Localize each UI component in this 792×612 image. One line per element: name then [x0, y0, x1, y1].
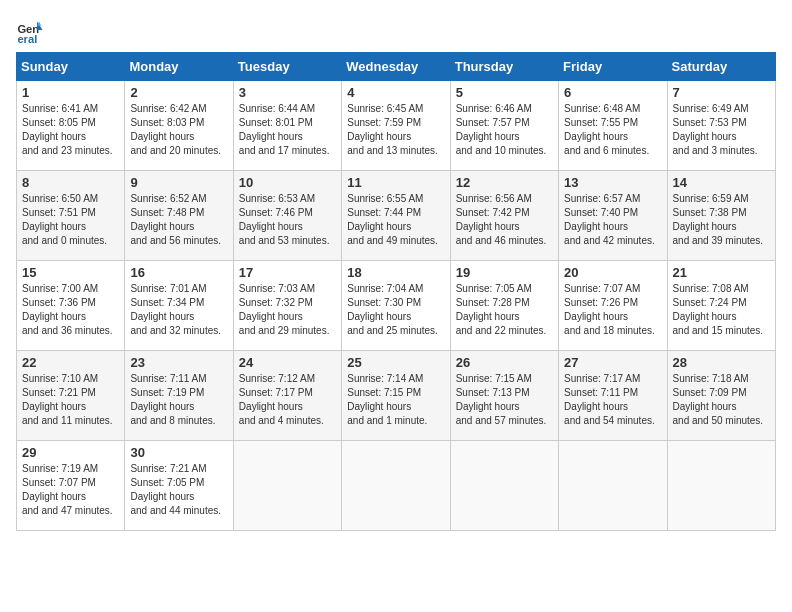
cell-info: Sunrise: 7:04 AMSunset: 7:30 PMDaylight … [347, 282, 444, 338]
day-number: 14 [673, 175, 770, 190]
day-number: 12 [456, 175, 553, 190]
cell-info: Sunrise: 6:45 AMSunset: 7:59 PMDaylight … [347, 102, 444, 158]
cell-info: Sunrise: 6:44 AMSunset: 8:01 PMDaylight … [239, 102, 336, 158]
logo-icon: Gen eral [16, 16, 44, 44]
day-cell: 19Sunrise: 7:05 AMSunset: 7:28 PMDayligh… [450, 261, 558, 351]
page-header: Gen eral [16, 16, 776, 44]
day-cell [559, 441, 667, 531]
day-cell: 20Sunrise: 7:07 AMSunset: 7:26 PMDayligh… [559, 261, 667, 351]
day-cell: 13Sunrise: 6:57 AMSunset: 7:40 PMDayligh… [559, 171, 667, 261]
day-cell: 21Sunrise: 7:08 AMSunset: 7:24 PMDayligh… [667, 261, 775, 351]
week-row-3: 15Sunrise: 7:00 AMSunset: 7:36 PMDayligh… [17, 261, 776, 351]
day-cell: 3Sunrise: 6:44 AMSunset: 8:01 PMDaylight… [233, 81, 341, 171]
cell-info: Sunrise: 7:00 AMSunset: 7:36 PMDaylight … [22, 282, 119, 338]
day-cell: 22Sunrise: 7:10 AMSunset: 7:21 PMDayligh… [17, 351, 125, 441]
day-number: 8 [22, 175, 119, 190]
day-cell: 18Sunrise: 7:04 AMSunset: 7:30 PMDayligh… [342, 261, 450, 351]
day-number: 5 [456, 85, 553, 100]
day-number: 1 [22, 85, 119, 100]
day-number: 2 [130, 85, 227, 100]
day-cell: 5Sunrise: 6:46 AMSunset: 7:57 PMDaylight… [450, 81, 558, 171]
day-cell: 2Sunrise: 6:42 AMSunset: 8:03 PMDaylight… [125, 81, 233, 171]
col-header-monday: Monday [125, 53, 233, 81]
col-header-tuesday: Tuesday [233, 53, 341, 81]
day-number: 7 [673, 85, 770, 100]
col-header-sunday: Sunday [17, 53, 125, 81]
week-row-2: 8Sunrise: 6:50 AMSunset: 7:51 PMDaylight… [17, 171, 776, 261]
col-header-friday: Friday [559, 53, 667, 81]
week-row-5: 29Sunrise: 7:19 AMSunset: 7:07 PMDayligh… [17, 441, 776, 531]
day-number: 17 [239, 265, 336, 280]
cell-info: Sunrise: 6:55 AMSunset: 7:44 PMDaylight … [347, 192, 444, 248]
day-number: 28 [673, 355, 770, 370]
cell-info: Sunrise: 6:41 AMSunset: 8:05 PMDaylight … [22, 102, 119, 158]
cell-info: Sunrise: 7:17 AMSunset: 7:11 PMDaylight … [564, 372, 661, 428]
cell-info: Sunrise: 6:49 AMSunset: 7:53 PMDaylight … [673, 102, 770, 158]
day-cell: 30Sunrise: 7:21 AMSunset: 7:05 PMDayligh… [125, 441, 233, 531]
col-header-wednesday: Wednesday [342, 53, 450, 81]
day-number: 30 [130, 445, 227, 460]
cell-info: Sunrise: 7:07 AMSunset: 7:26 PMDaylight … [564, 282, 661, 338]
cell-info: Sunrise: 7:12 AMSunset: 7:17 PMDaylight … [239, 372, 336, 428]
day-number: 6 [564, 85, 661, 100]
cell-info: Sunrise: 7:11 AMSunset: 7:19 PMDaylight … [130, 372, 227, 428]
day-number: 29 [22, 445, 119, 460]
day-cell [233, 441, 341, 531]
day-number: 22 [22, 355, 119, 370]
day-number: 26 [456, 355, 553, 370]
cell-info: Sunrise: 7:08 AMSunset: 7:24 PMDaylight … [673, 282, 770, 338]
day-cell [667, 441, 775, 531]
day-cell: 9Sunrise: 6:52 AMSunset: 7:48 PMDaylight… [125, 171, 233, 261]
day-number: 27 [564, 355, 661, 370]
cell-info: Sunrise: 6:46 AMSunset: 7:57 PMDaylight … [456, 102, 553, 158]
day-cell: 27Sunrise: 7:17 AMSunset: 7:11 PMDayligh… [559, 351, 667, 441]
logo: Gen eral [16, 16, 48, 44]
cell-info: Sunrise: 7:01 AMSunset: 7:34 PMDaylight … [130, 282, 227, 338]
col-header-saturday: Saturday [667, 53, 775, 81]
col-header-thursday: Thursday [450, 53, 558, 81]
day-cell: 28Sunrise: 7:18 AMSunset: 7:09 PMDayligh… [667, 351, 775, 441]
day-number: 21 [673, 265, 770, 280]
calendar-header: SundayMondayTuesdayWednesdayThursdayFrid… [17, 53, 776, 81]
day-number: 4 [347, 85, 444, 100]
cell-info: Sunrise: 7:18 AMSunset: 7:09 PMDaylight … [673, 372, 770, 428]
cell-info: Sunrise: 7:14 AMSunset: 7:15 PMDaylight … [347, 372, 444, 428]
day-cell: 10Sunrise: 6:53 AMSunset: 7:46 PMDayligh… [233, 171, 341, 261]
day-cell: 11Sunrise: 6:55 AMSunset: 7:44 PMDayligh… [342, 171, 450, 261]
day-cell: 1Sunrise: 6:41 AMSunset: 8:05 PMDaylight… [17, 81, 125, 171]
svg-text:eral: eral [17, 33, 37, 44]
week-row-1: 1Sunrise: 6:41 AMSunset: 8:05 PMDaylight… [17, 81, 776, 171]
day-number: 24 [239, 355, 336, 370]
day-number: 20 [564, 265, 661, 280]
cell-info: Sunrise: 6:57 AMSunset: 7:40 PMDaylight … [564, 192, 661, 248]
day-cell: 26Sunrise: 7:15 AMSunset: 7:13 PMDayligh… [450, 351, 558, 441]
cell-info: Sunrise: 6:53 AMSunset: 7:46 PMDaylight … [239, 192, 336, 248]
day-number: 9 [130, 175, 227, 190]
calendar-table: SundayMondayTuesdayWednesdayThursdayFrid… [16, 52, 776, 531]
day-cell: 17Sunrise: 7:03 AMSunset: 7:32 PMDayligh… [233, 261, 341, 351]
day-cell: 25Sunrise: 7:14 AMSunset: 7:15 PMDayligh… [342, 351, 450, 441]
cell-info: Sunrise: 7:10 AMSunset: 7:21 PMDaylight … [22, 372, 119, 428]
cell-info: Sunrise: 6:42 AMSunset: 8:03 PMDaylight … [130, 102, 227, 158]
day-cell: 14Sunrise: 6:59 AMSunset: 7:38 PMDayligh… [667, 171, 775, 261]
day-number: 19 [456, 265, 553, 280]
day-number: 16 [130, 265, 227, 280]
day-cell: 29Sunrise: 7:19 AMSunset: 7:07 PMDayligh… [17, 441, 125, 531]
day-number: 10 [239, 175, 336, 190]
day-cell [342, 441, 450, 531]
day-cell: 16Sunrise: 7:01 AMSunset: 7:34 PMDayligh… [125, 261, 233, 351]
day-cell: 4Sunrise: 6:45 AMSunset: 7:59 PMDaylight… [342, 81, 450, 171]
cell-info: Sunrise: 7:03 AMSunset: 7:32 PMDaylight … [239, 282, 336, 338]
day-number: 13 [564, 175, 661, 190]
cell-info: Sunrise: 7:21 AMSunset: 7:05 PMDaylight … [130, 462, 227, 518]
day-number: 3 [239, 85, 336, 100]
cell-info: Sunrise: 6:56 AMSunset: 7:42 PMDaylight … [456, 192, 553, 248]
day-number: 18 [347, 265, 444, 280]
day-cell: 7Sunrise: 6:49 AMSunset: 7:53 PMDaylight… [667, 81, 775, 171]
cell-info: Sunrise: 7:19 AMSunset: 7:07 PMDaylight … [22, 462, 119, 518]
day-cell [450, 441, 558, 531]
day-cell: 24Sunrise: 7:12 AMSunset: 7:17 PMDayligh… [233, 351, 341, 441]
day-number: 23 [130, 355, 227, 370]
cell-info: Sunrise: 7:15 AMSunset: 7:13 PMDaylight … [456, 372, 553, 428]
cell-info: Sunrise: 6:52 AMSunset: 7:48 PMDaylight … [130, 192, 227, 248]
